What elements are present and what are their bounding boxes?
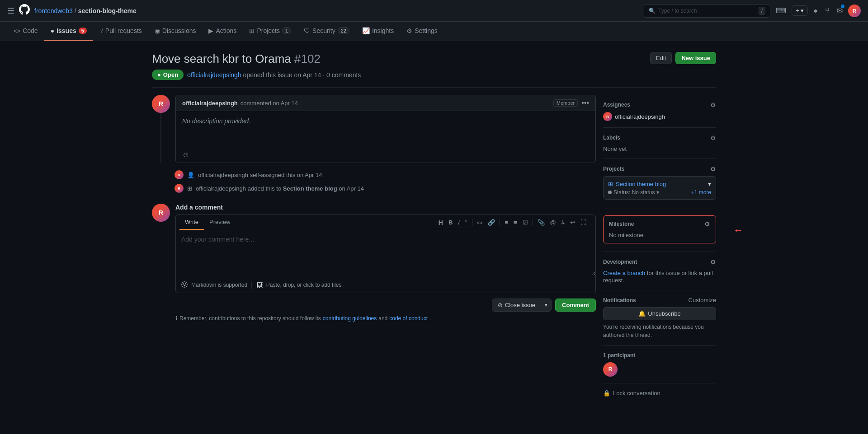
- repo-owner-link[interactable]: frontendweb3: [34, 7, 73, 14]
- sidebar-participants-section: 1 participant R: [603, 346, 716, 383]
- nav-item-security[interactable]: 🛡 Security 22: [297, 22, 356, 41]
- close-issue-caret-button[interactable]: ▾: [541, 299, 552, 312]
- main-content: Move search kbr to Orama #102 ● Open off…: [145, 41, 723, 407]
- attach-button[interactable]: 📎: [536, 217, 547, 228]
- activity-author-link-2[interactable]: officialrajdeepsingh: [196, 185, 246, 192]
- issues-nav-icon: ●: [51, 27, 54, 34]
- hamburger-menu-icon[interactable]: ☰: [7, 6, 14, 16]
- markdown-support-text: Markdown is supported: [191, 282, 247, 288]
- activity-author-link-1[interactable]: officialrajdeepsingh: [198, 172, 248, 178]
- terminal-icon-button[interactable]: ⌨: [774, 5, 788, 17]
- current-user-avatar: R: [152, 204, 170, 222]
- nav-item-pull-requests[interactable]: ⑂ Pull requests: [93, 22, 148, 41]
- top-nav: ☰ frontendweb3 / section-blog-theme 🔍 Ty…: [0, 0, 868, 22]
- project-name[interactable]: ⊞ Section theme blog: [608, 181, 666, 187]
- plus-menu-button[interactable]: + ▾: [792, 5, 808, 16]
- nav-item-issues[interactable]: ● Issues 5: [44, 22, 93, 41]
- issue-title: Move search kbr to Orama #102: [152, 52, 361, 66]
- issue-main: R officialrajdeepsingh commented on Apr …: [152, 95, 596, 397]
- nav-item-actions[interactable]: ▶ Actions: [202, 22, 243, 41]
- plus-more-label[interactable]: +1 more: [691, 189, 711, 196]
- search-bar[interactable]: 🔍 Type / to search /: [644, 4, 770, 18]
- emoji-reaction-button[interactable]: ☺: [182, 151, 189, 159]
- heading-button[interactable]: H: [437, 217, 445, 228]
- contributing-guidelines-link[interactable]: contributing guidelines: [323, 315, 377, 322]
- project-status[interactable]: Status: No status ▾: [608, 189, 659, 196]
- security-icon: 🛡: [304, 27, 310, 34]
- unordered-list-button[interactable]: ≡: [512, 217, 519, 228]
- development-gear-icon[interactable]: ⚙: [710, 258, 716, 266]
- add-comment-title: Add a comment: [175, 204, 596, 211]
- milestone-gear-icon[interactable]: ⚙: [704, 220, 710, 228]
- sidebar-lock-section: 🔒 Lock conversation: [603, 383, 716, 397]
- labels-gear-icon[interactable]: ⚙: [710, 134, 716, 141]
- fullscreen-button[interactable]: ⛶: [579, 217, 588, 228]
- comment-block: R officialrajdeepsingh commented on Apr …: [152, 95, 596, 163]
- github-logo-icon[interactable]: [19, 4, 30, 18]
- milestone-title: Milestone: [609, 221, 634, 227]
- paste-text: Paste, drop, or click to add files: [266, 282, 342, 288]
- nav-item-discussions[interactable]: ◉ Discussions: [148, 22, 203, 41]
- customize-label[interactable]: Customize: [689, 297, 716, 303]
- comment-tabs: Write Preview H B I " <> 🔗: [176, 215, 595, 230]
- inbox-icon-button[interactable]: ✉: [835, 5, 844, 17]
- tab-preview[interactable]: Preview: [204, 215, 236, 230]
- code-button[interactable]: <>: [475, 218, 485, 227]
- image-icon: 🖼: [256, 281, 263, 289]
- issue-author-link[interactable]: officialrajdeepsingh: [187, 71, 241, 79]
- assignees-title: Assignees: [603, 102, 630, 108]
- pull-requests-icon-button[interactable]: ⑂: [823, 5, 831, 17]
- new-issue-button[interactable]: New issue: [675, 52, 716, 64]
- user-avatar[interactable]: R: [848, 5, 861, 17]
- projects-gear-icon[interactable]: ⚙: [710, 165, 716, 173]
- comment-box: officialrajdeepsingh commented on Apr 14…: [175, 95, 596, 163]
- comment-textarea[interactable]: [176, 230, 595, 275]
- italic-button[interactable]: I: [456, 217, 462, 228]
- quote-button[interactable]: ": [463, 217, 469, 228]
- comment-body: No description provided.: [176, 111, 595, 147]
- issues-icon-button[interactable]: ●: [811, 5, 820, 17]
- milestone-arrow: ←: [733, 224, 743, 236]
- link-button[interactable]: 🔗: [486, 217, 497, 228]
- activity-item-assigned: R 👤 officialrajdeepsingh self-assigned t…: [175, 170, 596, 179]
- security-badge: 22: [338, 27, 349, 34]
- assignee-name[interactable]: officialrajdeepsingh: [615, 113, 665, 120]
- edit-button[interactable]: Edit: [650, 52, 672, 64]
- nav-item-code[interactable]: <> Code: [7, 22, 44, 41]
- assignees-gear-icon[interactable]: ⚙: [710, 101, 716, 108]
- search-icon: 🔍: [649, 8, 656, 14]
- add-comment-area: R Add a comment Write Preview H B: [152, 204, 596, 322]
- repo-name-link[interactable]: section-blog-theme: [78, 7, 137, 14]
- comment-date: commented on Apr 14: [241, 100, 298, 107]
- nav-item-insights[interactable]: 📈 Insights: [356, 22, 400, 41]
- bold-button[interactable]: B: [447, 217, 454, 228]
- lock-conversation-link[interactable]: 🔒 Lock conversation: [603, 390, 716, 397]
- comment-header: officialrajdeepsingh commented on Apr 14…: [176, 95, 595, 111]
- task-list-button[interactable]: ☑: [521, 217, 530, 228]
- projects-badge: 1: [282, 27, 291, 34]
- breadcrumb: frontendweb3 / section-blog-theme: [34, 7, 137, 14]
- undo-button[interactable]: ↩: [568, 217, 577, 228]
- code-of-conduct-link[interactable]: code of conduct: [389, 315, 428, 322]
- nav-item-settings[interactable]: ⚙ Settings: [400, 22, 444, 41]
- comment-submit-button[interactable]: Comment: [555, 299, 596, 312]
- close-issue-button[interactable]: ⊘ Close issue: [492, 299, 541, 312]
- insights-icon: 📈: [362, 27, 370, 34]
- sidebar-labels-section: Labels ⚙ None yet: [603, 128, 716, 159]
- tab-write[interactable]: Write: [179, 215, 204, 230]
- project-expand-icon[interactable]: ▾: [708, 180, 711, 187]
- mention-button[interactable]: @: [548, 217, 558, 228]
- create-branch-link[interactable]: Create a branch: [603, 270, 645, 276]
- comment-author[interactable]: officialrajdeepsingh: [182, 100, 238, 107]
- unsubscribe-button[interactable]: 🔔 Unsubscribe: [603, 307, 716, 320]
- nav-item-projects[interactable]: ⊞ Projects 1: [243, 22, 297, 41]
- more-options-icon[interactable]: •••: [581, 99, 589, 107]
- comment-body-text: No description provided.: [182, 117, 250, 125]
- ordered-list-button[interactable]: ≡: [503, 217, 510, 228]
- close-issue-group: ⊘ Close issue ▾: [492, 299, 552, 312]
- sidebar-projects-section: Projects ⚙ ⊞ Section theme blog ▾: [603, 159, 716, 209]
- bell-slash-icon: 🔔: [638, 310, 646, 317]
- circle-slash-icon: ⊘: [498, 302, 503, 308]
- cross-ref-button[interactable]: #: [560, 217, 566, 228]
- contribution-note: ℹ Remember, contributions to this reposi…: [175, 315, 596, 322]
